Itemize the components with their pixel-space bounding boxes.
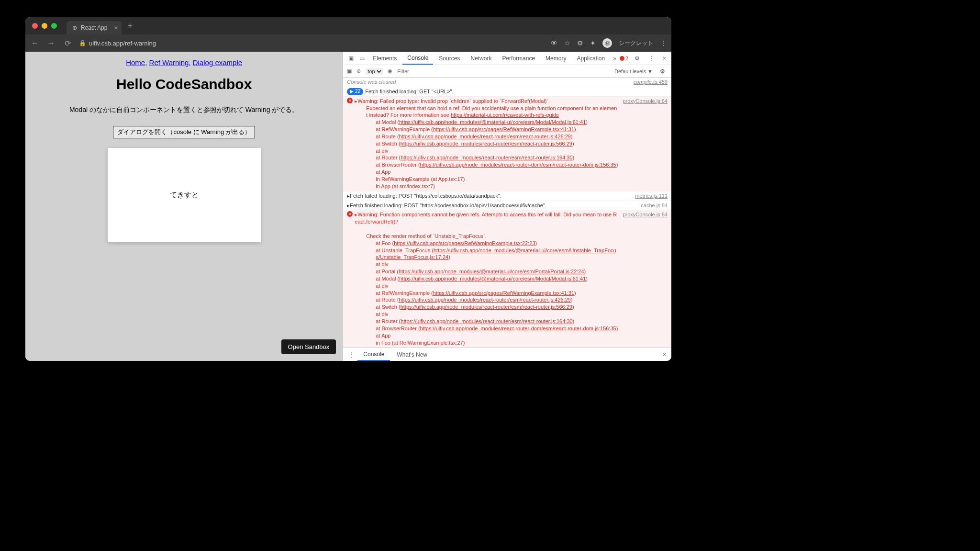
inspect-icon[interactable]: ▣ xyxy=(346,55,356,62)
forward-button[interactable]: → xyxy=(46,39,56,47)
device-icon[interactable]: ▭ xyxy=(357,55,367,62)
modal-dialog: てきすと xyxy=(108,148,261,242)
console-row: ▸Fetch finished loading: POST "https://c… xyxy=(343,201,671,211)
tab-performance[interactable]: Performance xyxy=(497,52,540,65)
new-tab-button[interactable]: + xyxy=(127,21,133,31)
drawer-menu-icon[interactable]: ⋮ xyxy=(346,351,356,358)
tab-favicon: ⊕ xyxy=(72,24,77,31)
console-row: ▸Fetch failed loading: POST "https://col… xyxy=(343,191,671,201)
context-select[interactable]: top xyxy=(366,68,383,75)
tab-console[interactable]: Console xyxy=(402,52,433,65)
console-error-row: × ▸Warning: Function components cannot b… xyxy=(343,210,671,348)
page-viewport: Home, Ref Warning, Dialog example Hello … xyxy=(25,52,343,361)
devtools-panel: ▣ ▭ Elements Console Sources Network Per… xyxy=(343,52,671,361)
content-area: Home, Ref Warning, Dialog example Hello … xyxy=(25,52,671,361)
open-dialog-button[interactable]: ダイアログを開く（cosole に Warning が出る） xyxy=(113,126,255,138)
filter-input[interactable] xyxy=(397,68,445,74)
console-row: ▶ 22Fetch finished loading: GET "<URL>". xyxy=(343,87,671,97)
console-toolbar: ▣ ⊘ top ◉ Default levels ▼ ⚙ xyxy=(343,65,671,78)
url-input[interactable]: 🔒 uifiv.csb.app/ref-warning xyxy=(79,40,544,47)
log-levels-select[interactable]: Default levels ▼ xyxy=(614,68,653,74)
extensions-icon[interactable]: ✦ xyxy=(590,39,596,47)
modal-text: てきすと xyxy=(170,191,199,200)
tab-network[interactable]: Network xyxy=(466,52,496,65)
traffic-lights xyxy=(32,23,57,29)
drawer-tab-console[interactable]: Console xyxy=(357,348,390,361)
link-dialog-example[interactable]: Dialog example xyxy=(193,58,242,67)
address-bar: ← → ⟳ 🔒 uifiv.csb.app/ref-warning 👁 ☆ ⚙ … xyxy=(25,34,671,52)
console-settings-icon[interactable]: ⚙ xyxy=(657,68,668,75)
console-row: Console was clearedcompile.ts:459 xyxy=(343,78,671,87)
sidebar-toggle-icon[interactable]: ▣ xyxy=(347,68,352,74)
bookmark-icon[interactable]: ☆ xyxy=(564,39,570,47)
page-description: Modal のなかに自前コンポーネントを置くと参照が切れて Warning がで… xyxy=(25,106,343,114)
link-ref-warning[interactable]: Ref Warning xyxy=(149,58,189,67)
page-heading: Hello CodeSandbox xyxy=(25,76,343,92)
tab-title: React App xyxy=(81,24,107,31)
close-tab-icon[interactable]: × xyxy=(114,24,118,32)
titlebar: ⊕ React App × + xyxy=(25,17,671,34)
eye-off-icon[interactable]: 👁 xyxy=(551,39,557,47)
error-icon: × xyxy=(347,211,353,217)
back-button[interactable]: ← xyxy=(30,39,40,47)
drawer-tab-whatsnew[interactable]: What's New xyxy=(391,348,433,361)
browser-tab[interactable]: ⊕ React App × xyxy=(67,21,122,34)
maximize-window-button[interactable] xyxy=(51,23,57,29)
gear-icon[interactable]: ⚙ xyxy=(577,39,583,47)
menu-icon[interactable]: ⋮ xyxy=(660,39,667,47)
open-sandbox-button[interactable]: Open Sandbox xyxy=(281,339,336,354)
console-output[interactable]: Console was clearedcompile.ts:459 ▶ 22Fe… xyxy=(343,78,671,348)
browser-window: ⊕ React App × + ← → ⟳ 🔒 uifiv.csb.app/re… xyxy=(25,17,671,361)
profile-avatar[interactable]: ㊙ xyxy=(602,38,612,48)
tab-elements[interactable]: Elements xyxy=(368,52,401,65)
settings-icon[interactable]: ⚙ xyxy=(632,55,642,62)
console-error-row: × ▸Warning: Failed prop type: Invalid pr… xyxy=(343,97,671,191)
tab-memory[interactable]: Memory xyxy=(541,52,571,65)
count-badge: ▶ 22 xyxy=(347,88,363,95)
link-home[interactable]: Home xyxy=(126,58,145,67)
tab-sources[interactable]: Sources xyxy=(434,52,465,65)
close-devtools-icon[interactable]: × xyxy=(660,55,668,62)
clear-console-icon[interactable]: ⊘ xyxy=(356,68,361,74)
devtools-drawer-tabs: ⋮ Console What's New × xyxy=(343,348,671,361)
close-drawer-icon[interactable]: × xyxy=(660,351,668,358)
devtools-tabs: ▣ ▭ Elements Console Sources Network Per… xyxy=(343,52,671,65)
kebab-icon[interactable]: ⋮ xyxy=(646,55,657,62)
error-badge[interactable]: 2 xyxy=(620,56,628,61)
minimize-window-button[interactable] xyxy=(42,23,47,29)
close-window-button[interactable] xyxy=(32,23,38,29)
toolbar-right: 👁 ☆ ⚙ ✦ ㊙ シークレット ⋮ xyxy=(551,38,667,48)
nav-links: Home, Ref Warning, Dialog example xyxy=(25,58,343,67)
tab-application[interactable]: Application xyxy=(572,52,610,65)
error-icon: × xyxy=(347,98,353,103)
profile-label: シークレット xyxy=(619,39,653,47)
url-text: uifiv.csb.app/ref-warning xyxy=(89,40,156,47)
reload-button[interactable]: ⟳ xyxy=(63,39,72,48)
lock-icon: 🔒 xyxy=(79,40,86,46)
more-tabs-icon[interactable]: » xyxy=(611,55,619,62)
eye-icon[interactable]: ◉ xyxy=(388,68,392,74)
